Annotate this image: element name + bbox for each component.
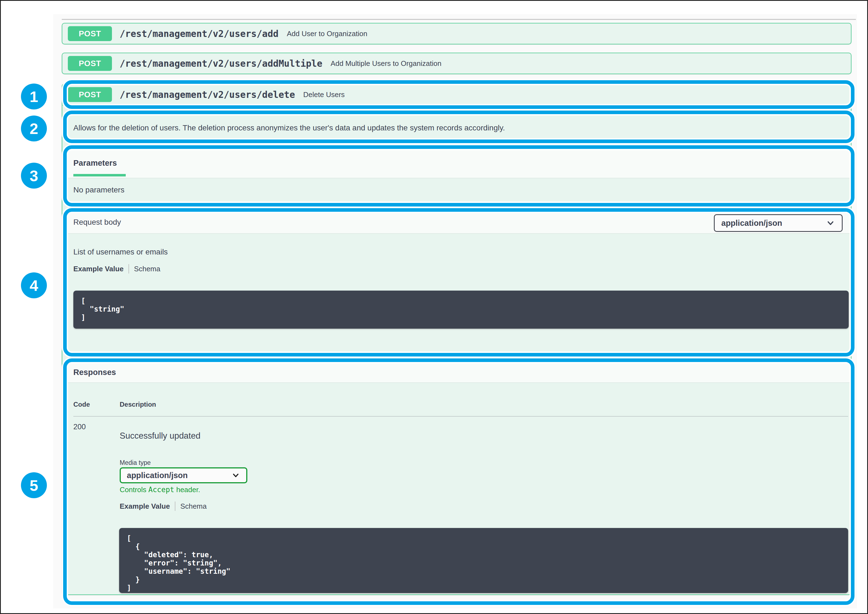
annotation-number: 2 bbox=[29, 119, 38, 138]
annotation-number: 1 bbox=[29, 88, 38, 105]
endpoint-row-users-add[interactable]: POST /rest/management/v2/users/add Add U… bbox=[62, 23, 851, 44]
annotation-circle-1: 1 bbox=[21, 84, 47, 110]
response-tabs: Example Value Schema bbox=[120, 501, 207, 511]
operation-description-text: Allows for the deletion of users. The de… bbox=[73, 124, 505, 132]
annotation-number: 3 bbox=[29, 167, 38, 185]
responses-description-column-header: Description bbox=[120, 401, 156, 408]
tab-schema[interactable]: Schema bbox=[134, 265, 160, 273]
response-description: Successfully updated bbox=[120, 431, 200, 441]
tab-separator bbox=[175, 501, 175, 511]
operation-description: Allows for the deletion of users. The de… bbox=[62, 105, 851, 150]
tab-example-value[interactable]: Example Value bbox=[73, 265, 124, 273]
endpoint-path: /rest/management/v2/users/add bbox=[120, 28, 279, 39]
parameters-title: Parameters bbox=[73, 158, 117, 167]
responses-table-divider bbox=[73, 416, 848, 417]
request-body-example-code: [ "string" ] bbox=[73, 291, 849, 329]
tag-section-divider bbox=[62, 19, 856, 20]
responses-section: Code Description 200 Successfully update… bbox=[62, 382, 851, 614]
method-badge-post: POST bbox=[68, 26, 112, 41]
accept-note-code: Accept bbox=[148, 485, 174, 494]
annotation-circle-2: 2 bbox=[21, 116, 47, 141]
parameters-header: Parameters bbox=[62, 150, 851, 178]
swagger-api-docs-page: POST /rest/management/v2/users/add Add U… bbox=[0, 0, 868, 614]
accept-note-post: header. bbox=[174, 485, 200, 494]
annotation-circle-3: 3 bbox=[21, 163, 47, 189]
endpoint-row-users-add-multiple[interactable]: POST /rest/management/v2/users/addMultip… bbox=[62, 53, 851, 74]
request-body-header: Request body application/json bbox=[62, 211, 851, 233]
response-status-code: 200 bbox=[73, 423, 86, 431]
no-parameters-text: No parameters bbox=[73, 186, 124, 194]
request-content-type-value: application/json bbox=[721, 219, 782, 228]
endpoint-row-users-delete[interactable]: POST /rest/management/v2/users/delete De… bbox=[62, 84, 851, 105]
request-body-section: List of usernames or emails Example Valu… bbox=[62, 233, 851, 354]
method-badge-post: POST bbox=[68, 87, 112, 102]
method-badge-post: POST bbox=[68, 56, 112, 71]
parameters-body: No parameters bbox=[62, 178, 851, 202]
endpoint-path: /rest/management/v2/users/addMultiple bbox=[120, 58, 322, 69]
endpoint-summary: Add User to Organization bbox=[287, 29, 367, 38]
request-body-title: Request body bbox=[73, 218, 121, 226]
responses-code-column-header: Code bbox=[73, 401, 90, 408]
request-body-tabs: Example Value Schema bbox=[73, 264, 160, 273]
request-content-type-select[interactable]: application/json bbox=[714, 214, 843, 232]
media-type-label: Media type bbox=[120, 459, 151, 467]
responses-title: Responses bbox=[73, 368, 116, 377]
response-media-type-select[interactable]: application/json bbox=[120, 467, 247, 483]
endpoint-summary: Delete Users bbox=[303, 90, 345, 99]
annotation-circle-4: 4 bbox=[21, 272, 47, 298]
tab-schema[interactable]: Schema bbox=[180, 502, 206, 511]
chevron-down-icon bbox=[826, 219, 835, 228]
annotation-number: 4 bbox=[29, 276, 38, 295]
endpoint-path: /rest/management/v2/users/delete bbox=[120, 89, 295, 100]
controls-accept-header-note: Controls Accept header. bbox=[120, 485, 200, 494]
endpoint-users-delete-expanded: POST /rest/management/v2/users/delete De… bbox=[62, 84, 851, 595]
response-media-type-value: application/json bbox=[127, 471, 188, 480]
active-tab-indicator bbox=[73, 174, 126, 177]
tab-separator bbox=[129, 264, 129, 273]
accept-note-pre: Controls bbox=[120, 485, 148, 494]
responses-header: Responses bbox=[62, 362, 851, 382]
chevron-down-icon bbox=[231, 471, 240, 480]
annotation-number: 5 bbox=[29, 476, 38, 495]
annotation-circle-5: 5 bbox=[21, 472, 47, 498]
response-example-code: [ { "deleted": true, "error": "string", … bbox=[119, 528, 848, 593]
endpoint-summary: Add Multiple Users to Organization bbox=[330, 59, 442, 68]
tab-example-value[interactable]: Example Value bbox=[120, 502, 170, 511]
request-body-description: List of usernames or emails bbox=[73, 248, 167, 256]
